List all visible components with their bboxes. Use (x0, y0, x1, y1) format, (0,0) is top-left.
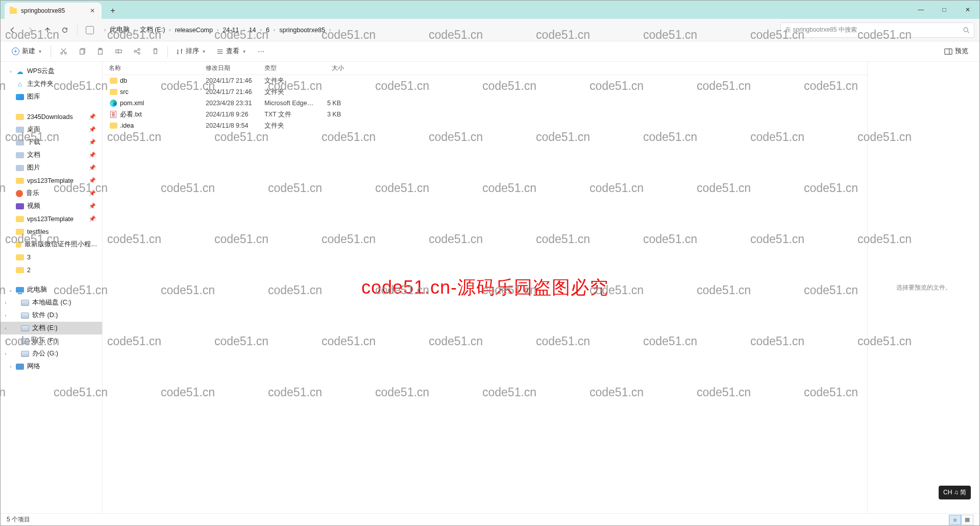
folder-icon (109, 123, 118, 129)
delete-button[interactable] (147, 44, 163, 59)
file-name: .idea (118, 122, 206, 129)
chevron-right-icon[interactable]: › (168, 27, 172, 33)
view-label: 查看 (226, 47, 239, 56)
cut-button[interactable] (55, 44, 71, 59)
svg-rect-6 (115, 50, 121, 53)
pin-icon: 📌 (89, 203, 99, 209)
rename-button[interactable] (110, 44, 127, 59)
address-checkbox[interactable] (86, 26, 94, 34)
thumbnails-view-button[interactable]: ▦ (961, 515, 973, 525)
sidebar-item[interactable]: 音乐📌 (1, 187, 102, 200)
sidebar-item[interactable]: ›办公 (G:) (1, 347, 102, 360)
folder-icon (16, 178, 24, 184)
sidebar-item[interactable]: testfiles (1, 225, 102, 238)
close-button[interactable]: ✕ (956, 1, 979, 19)
expand-icon[interactable]: › (8, 364, 14, 369)
expand-icon[interactable]: › (8, 69, 14, 74)
sidebar-item-label: vps123Template (27, 177, 74, 184)
chevron-right-icon[interactable]: › (242, 27, 246, 33)
breadcrumb-segment[interactable]: releaseComp (172, 27, 216, 34)
sidebar-item[interactable]: ›娱乐 (F:) (1, 334, 102, 347)
breadcrumb-segment[interactable]: 此电脑 (107, 26, 133, 34)
chevron-right-icon[interactable]: › (216, 27, 219, 33)
details-view-button[interactable]: ≡ (949, 515, 961, 525)
col-size[interactable]: 大小 (313, 64, 344, 73)
col-type[interactable]: 类型 (264, 64, 313, 73)
file-row[interactable]: pom.xml2023/4/28 23:31Microsoft Edge ...… (103, 98, 867, 109)
minimize-button[interactable]: — (909, 1, 933, 19)
new-tab-button[interactable]: + (105, 3, 121, 19)
expand-icon[interactable]: › (3, 339, 9, 344)
sidebar-item[interactable]: ›文档 (E:) (1, 322, 102, 334)
sidebar-item[interactable]: 文档📌 (1, 149, 102, 161)
breadcrumb-segment[interactable]: 14 (246, 27, 259, 34)
sidebar-item[interactable]: ⌂主文件夹 (1, 78, 102, 90)
more-button[interactable]: ⋯ (253, 44, 269, 59)
sidebar-item[interactable]: 下载📌 (1, 136, 102, 149)
chevron-right-icon[interactable]: › (273, 27, 276, 33)
new-button[interactable]: + 新建 ▾ (8, 44, 46, 59)
breadcrumb-segment[interactable]: springbootrxe85 (276, 27, 328, 34)
sidebar-item[interactable]: 图片📌 (1, 161, 102, 174)
file-row[interactable]: db2024/11/7 21:46文件夹 (103, 75, 867, 86)
sidebar-item[interactable]: ›☁WPS云盘 (1, 65, 102, 78)
ime-indicator[interactable]: CH ♫ 简 (939, 486, 971, 499)
expand-icon[interactable]: › (3, 313, 9, 318)
files-icon (16, 152, 24, 158)
video-icon (16, 203, 24, 209)
chevron-right-icon[interactable]: › (328, 27, 332, 33)
maximize-button[interactable]: □ (933, 1, 956, 19)
copy-button[interactable] (74, 44, 90, 59)
file-date: 2023/4/28 23:31 (206, 100, 264, 107)
sidebar-item[interactable]: 视频📌 (1, 200, 102, 212)
sidebar-item-label: 办公 (G:) (32, 349, 58, 358)
file-name: src (118, 88, 206, 95)
view-button[interactable]: 查看 ▾ (212, 44, 251, 59)
chevron-down-icon: ▾ (242, 49, 247, 54)
separator (51, 46, 51, 57)
file-row[interactable]: .idea2024/11/8 9:54文件夹 (103, 120, 867, 131)
sidebar-item[interactable]: 图库 (1, 90, 102, 103)
refresh-button[interactable] (58, 23, 72, 37)
expand-icon[interactable]: › (3, 300, 9, 305)
expand-icon[interactable]: › (3, 326, 9, 331)
breadcrumb-segment[interactable]: 文档 (E:) (137, 26, 168, 34)
up-button[interactable] (40, 23, 55, 37)
sidebar-item[interactable]: ›网络 (1, 360, 102, 373)
sidebar-item[interactable]: 3 (1, 251, 102, 264)
col-date[interactable]: 修改日期 (206, 64, 264, 73)
sidebar-item[interactable]: ⌄此电脑 (1, 283, 102, 296)
window-tab[interactable]: springbootrxe85 ✕ (5, 3, 102, 19)
breadcrumb-segment[interactable]: 6 (263, 27, 273, 34)
file-row[interactable]: src2024/11/7 21:46文件夹 (103, 86, 867, 98)
sort-button[interactable]: 排序 ▾ (172, 44, 210, 59)
sidebar-item[interactable]: vps123Template📌 (1, 174, 102, 187)
sidebar-item[interactable]: ›本地磁盘 (C:) (1, 296, 102, 309)
sidebar-item[interactable]: 桌面📌 (1, 123, 102, 136)
sidebar-item-label: 2 (27, 267, 31, 274)
search-input[interactable]: 在 springbootrxe85 中搜索 (780, 22, 974, 38)
sidebar-item[interactable]: 最新版微信证件照小程序源码 带后台 (1, 238, 102, 251)
tab-close-button[interactable]: ✕ (88, 7, 96, 15)
back-button[interactable] (6, 23, 20, 37)
sidebar-item[interactable]: ›软件 (D:) (1, 309, 102, 322)
sidebar-item[interactable]: 2345Downloads📌 (1, 110, 102, 123)
breadcrumb[interactable]: ›此电脑›文档 (E:)›releaseComp›24-11›14›6›spri… (100, 22, 777, 38)
chevron-right-icon[interactable]: › (133, 27, 136, 33)
chevron-right-icon[interactable]: › (103, 27, 107, 33)
sidebar-item[interactable]: vps123Template📌 (1, 212, 102, 225)
preview-button[interactable]: 预览 (940, 44, 972, 59)
breadcrumb-segment[interactable]: 24-11 (219, 27, 242, 34)
expand-icon[interactable]: ⌄ (8, 288, 14, 293)
drive-icon (21, 313, 29, 319)
chevron-right-icon[interactable]: › (259, 27, 263, 33)
forward-button[interactable] (23, 23, 37, 37)
search-icon (963, 27, 970, 34)
paste-button[interactable] (92, 44, 108, 59)
col-name[interactable]: 名称 (109, 64, 206, 73)
share-button[interactable] (129, 44, 145, 59)
expand-icon[interactable]: › (3, 351, 9, 356)
file-row[interactable]: 必看.txt2024/11/8 9:26TXT 文件3 KB (103, 109, 867, 120)
sidebar-item-label: 文档 (E:) (32, 324, 58, 332)
sidebar-item[interactable]: 2 (1, 264, 102, 276)
